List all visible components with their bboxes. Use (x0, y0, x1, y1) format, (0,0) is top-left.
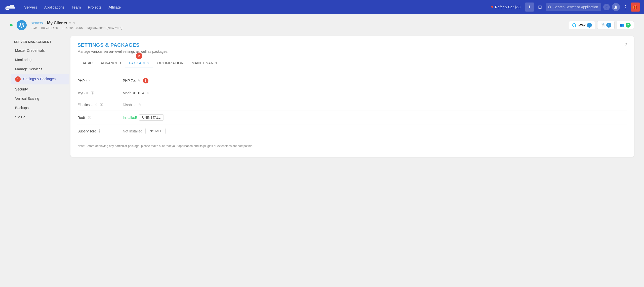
panel-header: ? SETTINGS & PACKAGES Manage various ser… (70, 36, 634, 54)
php-value: PHP 7.4 ✎ 3 (123, 78, 150, 83)
help-icon[interactable]: ? (624, 42, 627, 47)
nav-links: Servers Applications Team Projects Affil… (21, 4, 124, 11)
servers-breadcrumb-link[interactable]: Servers (31, 21, 43, 25)
redis-package-row: Redis ⓘ Installed! UNINSTALL (77, 111, 627, 124)
supervisord-status: Not Installed! (123, 129, 143, 133)
supervisord-package-name: Supervisord ⓘ (77, 129, 123, 133)
sidebar: Server Management Master Credentials Mon… (10, 36, 70, 157)
supervisord-install-button[interactable]: INSTALL (145, 128, 166, 134)
tab-maintenance[interactable]: MAINTENANCE (188, 59, 223, 68)
nav-servers[interactable]: Servers (21, 4, 40, 11)
supervisord-label: Supervisord (77, 129, 96, 133)
breadcrumb-chevron: › (44, 21, 46, 25)
redis-status: Installed! (123, 116, 137, 120)
server-info: Servers › My Clients ▾ ✎ 2GB 50 GB Disk … (31, 21, 123, 30)
elasticsearch-package-name: Elasticsearch ⓘ (77, 103, 123, 107)
panel-subtitle: Manage various server-level settings as … (77, 50, 627, 54)
refer-label: Refer & Get $50 (495, 5, 520, 9)
logo[interactable] (4, 4, 15, 11)
refer-button[interactable]: ♥ Refer & Get $50 (488, 3, 523, 11)
www-stat[interactable]: 🌐 www 5 (569, 21, 595, 29)
sidebar-item-vertical-scaling[interactable]: Vertical Scaling (11, 94, 69, 103)
tab-optimization[interactable]: OPTIMIZATION (153, 59, 188, 68)
elasticsearch-status: Disabled (123, 103, 136, 107)
php-info-icon[interactable]: ⓘ (86, 78, 90, 83)
file-count: 1 (606, 23, 611, 28)
page-wrapper: Servers › My Clients ▾ ✎ 2GB 50 GB Disk … (0, 14, 644, 163)
breadcrumb: Servers › My Clients ▾ ✎ (31, 21, 123, 25)
redis-package-name: Redis ⓘ (77, 115, 123, 120)
php-edit-icon[interactable]: ✎ (138, 79, 141, 83)
server-provider: DigitalOcean (New York) (87, 26, 123, 30)
sidebar-item-manage-services[interactable]: Manage Services (11, 65, 69, 74)
content-layout: Server Management Master Credentials Mon… (10, 36, 634, 157)
server-disk: 50 GB Disk (41, 26, 58, 30)
www-count: 5 (587, 23, 592, 28)
mysql-version: MariaDB 10.4 (123, 91, 144, 95)
svg-point-0 (548, 6, 551, 8)
step-1-indicator: 1 (15, 76, 21, 82)
dropdown-arrow-icon[interactable]: ▾ (69, 21, 71, 25)
tab-basic[interactable]: BASIC (77, 59, 97, 68)
elasticsearch-edit-icon[interactable]: ✎ (138, 103, 141, 107)
sidebar-item-settings-label: Settings & Packages (23, 77, 56, 81)
supervisord-info-icon[interactable]: ⓘ (98, 129, 101, 133)
redis-uninstall-button[interactable]: UNINSTALL (139, 114, 164, 121)
mysql-edit-icon[interactable]: ✎ (146, 91, 149, 95)
server-name-text: My Clients (47, 21, 67, 25)
server-ip: 137.184.98.65 (62, 26, 83, 30)
nav-projects[interactable]: Projects (85, 4, 104, 11)
nav-team[interactable]: Team (69, 4, 84, 11)
file-stat[interactable]: 📄 1 (597, 21, 615, 29)
sidebar-item-monitoring[interactable]: Monitoring (11, 55, 69, 64)
server-meta: 2GB 50 GB Disk 137.184.98.65 DigitalOcea… (31, 26, 123, 30)
notification-badge[interactable]: 0 (603, 4, 610, 10)
php-version: PHP 7.4 (123, 79, 136, 83)
mysql-value: MariaDB 10.4 ✎ (123, 91, 149, 95)
elasticsearch-package-row: Elasticsearch ⓘ Disabled ✎ (77, 99, 627, 111)
server-icon (17, 20, 27, 30)
step-2-indicator: 2 (136, 53, 142, 59)
sidebar-item-smtp[interactable]: SMTP (11, 113, 69, 122)
elasticsearch-value: Disabled ✎ (123, 103, 141, 107)
redis-value: Installed! UNINSTALL (123, 114, 164, 121)
nav-affiliate[interactable]: Affiliate (105, 4, 124, 11)
more-options-icon[interactable]: ⋮ (622, 3, 629, 11)
www-icon: 🌐 (572, 23, 576, 27)
packages-content: PHP ⓘ PHP 7.4 ✎ 3 MySQL ⓘ (70, 68, 634, 144)
add-button[interactable]: + (525, 3, 534, 12)
search-input[interactable] (546, 3, 601, 11)
grid-icon[interactable]: ⊞ (536, 3, 544, 11)
panel-note: Note: Before deploying any particular pa… (70, 144, 634, 154)
users-icon: 👥 (620, 23, 624, 27)
mysql-package-row: MySQL ⓘ MariaDB 10.4 ✎ (77, 87, 627, 99)
tab-advanced[interactable]: ADVANCED (97, 59, 125, 68)
redis-info-icon[interactable]: ⓘ (88, 115, 91, 120)
sidebar-item-backups[interactable]: Backups (11, 103, 69, 112)
mysql-info-icon[interactable]: ⓘ (91, 91, 94, 95)
edit-server-name-icon[interactable]: ✎ (73, 21, 76, 25)
tab-packages[interactable]: 2 PACKAGES (125, 59, 153, 68)
navbar: Servers Applications Team Projects Affil… (0, 0, 644, 14)
tabs-row: BASIC ADVANCED 2 PACKAGES OPTIMIZATION M… (77, 59, 627, 68)
server-status-dot (10, 24, 13, 26)
redis-label: Redis (77, 116, 87, 120)
mysql-package-name: MySQL ⓘ (77, 91, 123, 95)
server-name: My Clients ▾ ✎ (47, 21, 76, 25)
supervisord-value: Not Installed! INSTALL (123, 128, 166, 134)
sidebar-item-security[interactable]: Security (11, 85, 69, 94)
users-count: 2 (626, 23, 631, 28)
sidebar-item-settings-packages[interactable]: 1 Settings & Packages (11, 74, 69, 84)
file-icon: 📄 (600, 23, 605, 27)
elasticsearch-label: Elasticsearch (77, 103, 98, 107)
search-wrapper (546, 3, 601, 11)
php-label: PHP (77, 79, 85, 83)
user-avatar[interactable] (612, 3, 620, 11)
supervisord-package-row: Supervisord ⓘ Not Installed! INSTALL (77, 124, 627, 138)
nav-applications[interactable]: Applications (41, 4, 68, 11)
elasticsearch-info-icon[interactable]: ⓘ (100, 103, 103, 107)
tab-packages-label: PACKAGES (129, 61, 149, 65)
sidebar-item-master-credentials[interactable]: Master Credentials (11, 46, 69, 55)
gift-button[interactable]: 🎁 (631, 3, 640, 12)
users-stat[interactable]: 👥 2 (617, 21, 634, 29)
